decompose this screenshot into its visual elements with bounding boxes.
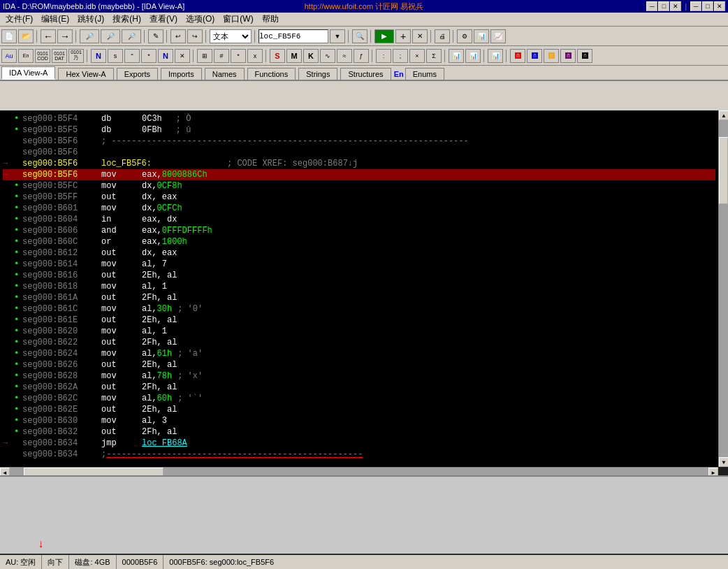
window-close-btn[interactable]: ✕ <box>670 1 681 11</box>
menu-window[interactable]: 窗口(W) <box>219 12 257 27</box>
tb2-chart1-btn[interactable]: 📊 <box>449 49 464 63</box>
window-minimize-btn[interactable]: ─ <box>646 1 657 11</box>
tab-imports[interactable]: Imports <box>161 68 202 80</box>
tb2-gray-btn[interactable]: 🅰 <box>577 49 592 63</box>
subwindow-maximize-btn[interactable]: □ <box>702 1 713 11</box>
tab-exports[interactable]: Exports <box>117 68 158 80</box>
tb2-colon-btn[interactable]: : <box>376 49 391 63</box>
nav2-btn[interactable]: ↪ <box>187 29 203 43</box>
menu-view[interactable]: 查看(V) <box>145 12 182 27</box>
vscroll-up-btn[interactable]: ▲ <box>719 110 728 120</box>
tb2-purple-btn[interactable]: 🅰 <box>560 49 576 63</box>
tb2-star2-btn[interactable]: * <box>231 49 246 63</box>
mnemonic-mov-al-61: mov <box>101 349 136 359</box>
graph-btn[interactable]: 📊 <box>474 29 489 43</box>
address-input[interactable] <box>259 29 328 43</box>
op-60h: 60h <box>157 394 173 403</box>
add-btn[interactable]: + <box>395 29 411 43</box>
menu-edit[interactable]: 编辑(E) <box>37 12 73 27</box>
print-btn[interactable]: 🖨 <box>435 29 450 43</box>
menu-file[interactable]: 文件(F) <box>1 12 37 27</box>
tb2-btn2[interactable]: En <box>18 49 34 63</box>
menu-options[interactable]: 选项(O) <box>182 12 219 27</box>
type-select[interactable]: 文本 图形 <box>210 29 252 43</box>
comment-61: ; 'a' <box>177 349 203 359</box>
tb2-n-btn[interactable]: N <box>91 49 106 63</box>
forward-btn[interactable]: → <box>57 29 73 43</box>
tb2-btn1[interactable]: Au <box>1 49 17 63</box>
nav-btn[interactable]: ↩ <box>170 29 186 43</box>
tab-hex-view-a[interactable]: Hex View-A <box>58 68 113 80</box>
tb2-x2-btn[interactable]: x <box>247 49 263 63</box>
open-btn[interactable]: 📂 <box>18 29 34 43</box>
menu-jump[interactable]: 跳转(J) <box>73 12 108 27</box>
search-icon-btn[interactable]: 🔍 <box>352 29 367 43</box>
tb2-sigma-btn[interactable]: Σ <box>426 49 442 63</box>
run-green-btn[interactable]: ▶ <box>374 29 394 43</box>
tab-strings[interactable]: Strings <box>298 68 337 80</box>
menu-help[interactable]: 帮助 <box>258 12 283 27</box>
status-disk: 磁盘: 4GB <box>69 555 116 569</box>
op-cf8: 0CF8h <box>157 181 182 191</box>
new-btn[interactable]: 📄 <box>1 29 17 43</box>
vertical-scrollbar[interactable]: ▲ ▼ <box>718 110 728 467</box>
search-btn2[interactable]: 🔎 <box>101 29 120 43</box>
code-line-mov-al-30: · • seg000:B61C mov al, 30h ; '0' <box>3 303 715 315</box>
tab-functions[interactable]: Functions <box>247 68 296 80</box>
sep2-dashes: ----------------------------------------… <box>106 449 363 459</box>
tb2-star-btn[interactable]: * <box>141 49 156 63</box>
tab-names[interactable]: Names <box>205 68 245 80</box>
tb2-hash-btn[interactable]: # <box>214 49 229 63</box>
back-btn[interactable]: ← <box>41 29 56 43</box>
subwindow-close-btn[interactable]: ✕ <box>714 1 725 11</box>
tb2-S-btn[interactable]: S <box>270 49 285 63</box>
code-line-jmp: → · seg000:B634 jmp loc_FB68A <box>3 438 715 449</box>
tab-enums[interactable]: Enums <box>405 68 444 80</box>
code-line-label: → · seg000:B5F6 loc_FB5F6: ; CODE XREF: … <box>3 158 715 169</box>
tb2-btn3[interactable]: 0101COD <box>35 49 50 63</box>
tb2-wave2-btn[interactable]: ≈ <box>337 49 352 63</box>
tb2-red-btn[interactable]: 🅰 <box>510 49 525 63</box>
tb2-wave-btn[interactable]: ∿ <box>320 49 335 63</box>
vscroll-thumb[interactable] <box>719 137 728 204</box>
tb2-N2-btn[interactable]: N <box>158 49 173 63</box>
tb2-M-btn[interactable]: M <box>286 49 302 63</box>
mnemonic-1: db <box>101 114 136 124</box>
subwindow-minimize-btn[interactable]: ─ <box>690 1 701 11</box>
settings-btn[interactable]: ⚙ <box>457 29 472 43</box>
addr-go-btn[interactable]: ▼ <box>330 29 345 43</box>
tb2-orange-btn[interactable]: 🅰 <box>544 49 559 63</box>
mnemonic-out-2e2: out <box>101 315 136 325</box>
tab-structures[interactable]: Structures <box>340 68 391 80</box>
tb2-btn5[interactable]: 0101乃 <box>68 49 84 63</box>
tab-ida-view-a[interactable]: IDA View-A <box>1 66 55 80</box>
tb2-cross-btn[interactable]: × <box>409 49 425 63</box>
tb2-q-btn[interactable]: " <box>124 49 140 63</box>
tb2-s-btn[interactable]: s <box>108 49 123 63</box>
tb2-grid-btn[interactable]: ⊞ <box>197 49 212 63</box>
code-line-sep1: · · seg000:B5F6 ; ----------------------… <box>3 136 715 147</box>
tb2-K-btn[interactable]: K <box>303 49 319 63</box>
search-btn1[interactable]: 🔎 <box>80 29 99 43</box>
addr-mov-al-7: seg000:B614 <box>22 259 96 269</box>
graph2-btn[interactable]: 📈 <box>490 29 506 43</box>
addr-mov-al-60: seg000:B62C <box>22 394 96 403</box>
addr-mov-dx-cfc: seg000:B601 <box>22 203 96 213</box>
tb2-x-btn[interactable]: ✕ <box>175 49 190 63</box>
window-maximize-btn[interactable]: □ <box>658 1 669 11</box>
tb2-btn4[interactable]: 0101DAT <box>52 49 67 63</box>
vscroll-down-btn[interactable]: ▼ <box>719 457 728 467</box>
tb2-chart3-btn[interactable]: 📊 <box>488 49 503 63</box>
search-btn3[interactable]: 🔎 <box>122 29 141 43</box>
tb2-chart2-btn[interactable]: 📊 <box>465 49 481 63</box>
vscroll-track[interactable] <box>719 120 728 457</box>
status-mode: AU: 空闲 <box>0 555 42 569</box>
code-view[interactable]: · • seg000:B5F4 db 0C3h ; Ò · • seg000:B… <box>0 110 718 467</box>
addr-mov: seg000:B5F6 <box>22 170 96 180</box>
tb2-blue-btn[interactable]: 🅰 <box>527 49 542 63</box>
tb2-semi-btn[interactable]: ; <box>393 49 408 63</box>
menu-search[interactable]: 搜索(H) <box>108 12 145 27</box>
edit-btn[interactable]: ✎ <box>148 29 163 43</box>
tb2-func-btn[interactable]: ƒ <box>354 49 369 63</box>
close-x-btn[interactable]: ✕ <box>412 29 428 43</box>
